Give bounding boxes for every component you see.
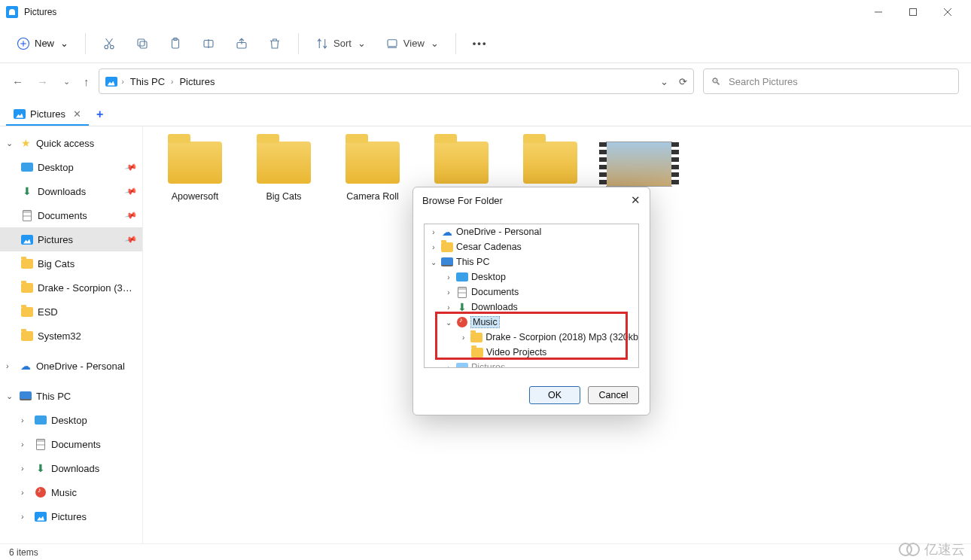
pc-icon [441, 257, 453, 266]
delete-button[interactable] [260, 32, 289, 55]
sidebar-pictures[interactable]: Pictures📌 [0, 227, 142, 251]
sidebar-pc-music[interactable]: ›Music [0, 480, 142, 504]
history-dropdown[interactable]: ⌄ [63, 77, 70, 87]
toolbar: New ⌄ Sort ⌄ View ⌄ ••• [0, 24, 971, 63]
folder-icon [441, 242, 453, 252]
crumb-pictures[interactable]: Pictures [178, 75, 216, 89]
pin-icon: 📌 [124, 233, 138, 246]
close-button[interactable] [930, 0, 965, 24]
desktop-icon [35, 415, 47, 425]
chevron-down-icon: ⌄ [431, 38, 439, 49]
pin-icon: 📌 [124, 184, 138, 198]
sidebar-pc-documents[interactable]: ›Documents [0, 432, 142, 456]
music-icon [35, 487, 46, 498]
star-icon: ★ [20, 137, 32, 149]
crumb-thispc[interactable]: This PC [129, 75, 166, 89]
tree-thispc[interactable]: ⌄This PC [425, 254, 638, 269]
toolbar-separator [85, 33, 86, 54]
search-box[interactable]: 🔍︎ Search Pictures [703, 68, 959, 94]
music-icon [457, 317, 467, 327]
pictures-icon [35, 512, 47, 522]
status-item-count: 6 items [9, 547, 38, 558]
ok-button[interactable]: OK [529, 386, 580, 404]
folder-apowersoft[interactable]: Apowersoft [161, 142, 229, 202]
download-icon: ⬇ [456, 301, 468, 313]
sidebar-esd[interactable]: ESD [0, 300, 142, 324]
status-bar: 6 items [0, 543, 971, 560]
tree-user[interactable]: ›Cesar Cadenas [425, 239, 638, 254]
refresh-button[interactable]: ⟳ [679, 76, 687, 87]
tab-label: Pictures [30, 108, 65, 120]
paste-button[interactable] [161, 32, 190, 55]
folder-item[interactable] [516, 142, 584, 191]
download-icon: ⬇ [35, 462, 47, 474]
tab-pictures[interactable]: Pictures ✕ [6, 103, 89, 126]
sidebar-system32[interactable]: System32 [0, 324, 142, 348]
folder-item[interactable] [428, 142, 495, 191]
pc-icon [20, 391, 32, 400]
folder-icon [345, 142, 400, 184]
svg-rect-11 [140, 41, 147, 48]
search-icon: 🔍︎ [711, 76, 721, 87]
folder-tree[interactable]: ›☁OneDrive - Personal ›Cesar Cadenas ⌄Th… [424, 224, 639, 368]
address-bar[interactable]: › This PC › Pictures ⌄ ⟳ [99, 68, 695, 94]
tree-desktop[interactable]: ›Desktop [425, 269, 638, 285]
document-icon [23, 210, 32, 221]
cloud-icon: ☁ [441, 226, 453, 238]
browse-folder-dialog: Browse For Folder ✕ ›☁OneDrive - Persona… [412, 187, 650, 415]
tree-drake[interactable]: ›Drake - Scorpion (2018) Mp3 (320kb [425, 330, 638, 345]
breadcrumb-sep: › [171, 78, 173, 86]
sidebar-pc-desktop[interactable]: ›Desktop [0, 408, 142, 432]
forward-button[interactable]: → [37, 75, 48, 88]
tree-onedrive[interactable]: ›☁OneDrive - Personal [425, 224, 638, 239]
tree-downloads[interactable]: ›⬇Downloads [425, 300, 638, 315]
folder-icon [21, 331, 33, 341]
address-dropdown-icon[interactable]: ⌄ [660, 76, 668, 87]
copy-button[interactable] [128, 32, 157, 55]
sidebar-thispc[interactable]: ⌄This PC [0, 384, 142, 408]
sidebar-bigcats[interactable]: Big Cats [0, 251, 142, 275]
sidebar-onedrive[interactable]: ›☁OneDrive - Personal [0, 354, 142, 378]
nav-row: ← → ⌄ ↑ › This PC › Pictures ⌄ ⟳ 🔍︎ Sear… [0, 63, 971, 99]
folder-icon [21, 307, 33, 317]
pictures-icon [21, 235, 33, 245]
sidebar-drake[interactable]: Drake - Scorpion (320) [0, 275, 142, 300]
sidebar-pc-pictures[interactable]: ›Pictures [0, 504, 142, 528]
tab-close-icon[interactable]: ✕ [73, 108, 81, 120]
sidebar-pc-downloads[interactable]: ›⬇Downloads [0, 456, 142, 480]
document-icon [458, 287, 467, 298]
sidebar-downloads[interactable]: ⬇Downloads📌 [0, 179, 142, 203]
tree-pictures[interactable]: ›Pictures [425, 360, 638, 368]
cancel-button[interactable]: Cancel [588, 386, 639, 404]
cut-button[interactable] [95, 32, 123, 55]
view-button[interactable]: View ⌄ [378, 32, 446, 55]
add-tab-button[interactable]: + [89, 103, 111, 126]
share-button[interactable] [227, 32, 256, 55]
new-button[interactable]: New ⌄ [9, 32, 76, 55]
tree-videoprojects[interactable]: Video Projects [425, 345, 638, 360]
sidebar-quick-access[interactable]: ⌄★Quick access [0, 131, 142, 155]
sidebar-desktop[interactable]: Desktop📌 [0, 155, 142, 179]
maximize-button[interactable] [896, 0, 930, 24]
search-placeholder: Search Pictures [729, 76, 798, 87]
watermark: 亿速云 [899, 540, 965, 558]
toolbar-separator [455, 33, 456, 54]
rename-button[interactable] [194, 32, 223, 55]
more-button[interactable]: ••• [465, 33, 495, 53]
sidebar-documents[interactable]: Documents📌 [0, 203, 142, 227]
tree-music[interactable]: ⌄Music [425, 315, 638, 330]
tree-documents[interactable]: ›Documents [425, 285, 638, 300]
back-button[interactable]: ← [12, 75, 23, 88]
folder-icon [470, 333, 482, 342]
pin-icon: 📌 [124, 160, 138, 174]
dialog-close-button[interactable]: ✕ [631, 193, 641, 207]
folder-cameraroll[interactable]: Camera Roll [339, 142, 406, 202]
sidebar: ⌄★Quick access Desktop📌 ⬇Downloads📌 Docu… [0, 126, 143, 543]
chevron-down-icon: ⌄ [358, 38, 366, 49]
svg-point-8 [111, 45, 114, 49]
sort-button[interactable]: Sort ⌄ [308, 32, 373, 55]
up-button[interactable]: ↑ [84, 75, 90, 88]
minimize-button[interactable] [861, 0, 896, 24]
toolbar-separator [298, 33, 299, 54]
folder-bigcats[interactable]: Big Cats [250, 142, 318, 202]
